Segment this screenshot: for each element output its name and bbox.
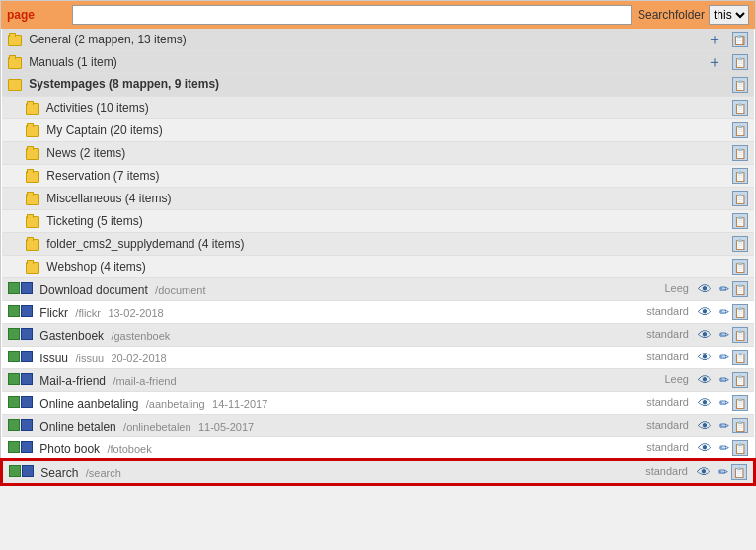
clipboard-icon[interactable]: 📋	[732, 281, 748, 297]
row-label: Miscellaneous (4 items)	[46, 192, 171, 205]
row-label: My Captain (20 items)	[46, 123, 162, 137]
blue-box-icon	[21, 373, 33, 385]
edit-icon[interactable]: ✏	[716, 328, 729, 342]
searchfolder-container: Searchfolder this all	[638, 5, 749, 25]
edit-icon[interactable]: ✏	[716, 305, 729, 319]
row-label: General (2 mappen, 13 items)	[29, 33, 186, 46]
clipboard-icon[interactable]: 📋	[732, 350, 748, 365]
pages-table: General (2 mappen, 13 items) ＋ 📋 Manuals…	[1, 29, 755, 485]
add-icon[interactable]: ＋	[707, 32, 722, 47]
clipboard-icon[interactable]: 📋	[732, 372, 748, 388]
clipboard-icon[interactable]: 📋	[732, 440, 748, 456]
blue-box-icon	[21, 419, 33, 431]
green-box-icon	[8, 282, 20, 294]
clipboard-icon[interactable]: 📋	[732, 418, 748, 433]
searchfolder-select[interactable]: this all	[709, 5, 749, 25]
folder-icon	[8, 57, 22, 69]
cms-icon	[8, 351, 33, 362]
page-date: 13-02-2018	[108, 307, 163, 319]
green-box-icon	[8, 373, 20, 385]
eye-icon[interactable]: 👁	[696, 327, 712, 343]
cms-icon	[8, 419, 33, 431]
actions-cell: standard 👁 ✏ 📋	[640, 301, 754, 324]
page-name: Flickr	[39, 306, 68, 320]
actions-cell: 📋	[640, 97, 754, 119]
table-row: My Captain (20 items) 📋	[2, 119, 754, 142]
edit-icon[interactable]: ✏	[716, 396, 729, 410]
table-row: Systempages (8 mappen, 9 items) 📋	[2, 74, 754, 97]
eye-icon[interactable]: 👁	[696, 418, 712, 433]
folder-icon	[26, 103, 39, 115]
green-box-icon	[8, 419, 20, 431]
edit-icon[interactable]: ✏	[716, 441, 729, 455]
table-row: Issuu /issuu 20-02-2018 standard 👁 ✏ 📋	[2, 347, 754, 369]
green-box-icon	[8, 328, 20, 340]
table-row: Reservation (7 items) 📋	[2, 165, 754, 188]
blue-box-icon	[21, 396, 33, 408]
clipboard-icon[interactable]: 📋	[732, 213, 748, 229]
eye-icon[interactable]: 👁	[696, 281, 712, 297]
clipboard-icon[interactable]: 📋	[732, 236, 748, 252]
clipboard-icon[interactable]: 📋	[732, 32, 748, 47]
row-content-cell: Webshop (4 items)	[2, 256, 640, 278]
actions-cell: 📋	[640, 119, 754, 142]
row-content-cell: General (2 mappen, 13 items)	[2, 29, 640, 51]
clipboard-icon[interactable]: 📋	[731, 464, 747, 480]
page-path: /mail-a-friend	[113, 375, 176, 387]
green-box-icon	[8, 396, 20, 408]
edit-icon[interactable]: ✏	[716, 419, 729, 432]
page-name: Gastenboek	[39, 329, 104, 343]
clipboard-icon[interactable]: 📋	[732, 259, 748, 275]
clipboard-icon[interactable]: 📋	[732, 304, 748, 320]
status-text: standard	[646, 351, 689, 362]
actions-cell: 📋	[640, 210, 754, 233]
edit-icon[interactable]: ✏	[715, 465, 728, 479]
row-content-cell: My Captain (20 items)	[2, 119, 640, 142]
row-content-cell: Reservation (7 items)	[2, 165, 640, 188]
edit-icon[interactable]: ✏	[716, 373, 729, 387]
search-input[interactable]	[72, 5, 632, 25]
clipboard-icon[interactable]: 📋	[732, 395, 748, 411]
status-text: Leeg	[664, 373, 688, 385]
table-row: Download document /document Leeg 👁 ✏ 📋	[2, 278, 754, 301]
add-icon[interactable]: ＋	[707, 54, 722, 70]
clipboard-icon[interactable]: 📋	[732, 145, 748, 161]
clipboard-icon[interactable]: 📋	[732, 77, 748, 93]
eye-icon[interactable]: 👁	[695, 464, 711, 480]
actions-cell: standard 👁 ✏ 📋	[640, 460, 754, 484]
status-text: standard	[646, 328, 689, 340]
row-content-cell: Mail-a-friend /mail-a-friend	[2, 369, 640, 392]
clipboard-icon[interactable]: 📋	[732, 327, 748, 343]
row-content-cell: Photo book /fotoboek	[2, 437, 640, 461]
eye-icon[interactable]: 👁	[696, 350, 712, 365]
row-content-cell: Online betalen /onlinebetalen 11-05-2017	[2, 415, 640, 437]
blue-box-icon	[21, 351, 33, 362]
edit-icon[interactable]: ✏	[716, 282, 729, 296]
page-path: /gastenboek	[111, 330, 170, 342]
blue-box-icon	[22, 465, 34, 477]
eye-icon[interactable]: 👁	[696, 372, 712, 388]
clipboard-icon[interactable]: 📋	[732, 168, 748, 184]
clipboard-icon[interactable]: 📋	[732, 54, 748, 70]
actions-cell: 📋	[640, 142, 754, 165]
green-box-icon	[8, 351, 20, 362]
clipboard-icon[interactable]: 📋	[732, 122, 748, 138]
actions-cell: ＋ 📋	[640, 29, 754, 51]
table-row: Miscellaneous (4 items) 📋	[2, 188, 754, 210]
actions-cell: 📋	[640, 256, 754, 278]
cms-icon	[8, 373, 33, 385]
clipboard-icon[interactable]: 📋	[732, 100, 748, 116]
row-content-cell: Flickr /flickr 13-02-2018	[2, 301, 640, 324]
actions-cell: standard 👁 ✏ 📋	[640, 437, 754, 461]
eye-icon[interactable]: 👁	[696, 304, 712, 320]
eye-icon[interactable]: 👁	[696, 395, 712, 411]
actions-cell: 📋	[640, 165, 754, 188]
eye-icon[interactable]: 👁	[696, 440, 712, 456]
actions-cell: standard 👁 ✏ 📋	[640, 324, 754, 347]
edit-icon[interactable]: ✏	[716, 351, 729, 364]
cms-icon	[9, 465, 34, 477]
row-content-cell: Systempages (8 mappen, 9 items) 📋	[2, 74, 754, 97]
clipboard-icon[interactable]: 📋	[732, 191, 748, 206]
page-name: Download document	[39, 283, 147, 297]
page-path: /fotoboek	[107, 443, 151, 455]
